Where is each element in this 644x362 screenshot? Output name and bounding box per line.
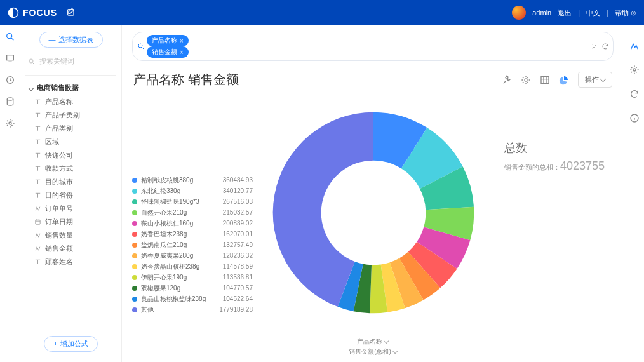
svg-point-12 — [633, 69, 636, 71]
field-item[interactable]: 产品类别 — [34, 122, 116, 135]
clear-icon[interactable] — [591, 43, 598, 50]
field-item[interactable]: 产品名称 — [34, 95, 116, 109]
refresh-icon[interactable] — [601, 43, 609, 50]
legend-item[interactable]: 良品山核桃椒盐味238g104522.64 — [132, 293, 253, 304]
svg-point-2 — [6, 34, 11, 39]
field-item[interactable]: 顾客姓名 — [34, 255, 116, 269]
lang-toggle[interactable]: 中文 — [586, 8, 600, 18]
reload-icon[interactable] — [629, 89, 640, 99]
chart-icon[interactable] — [559, 75, 569, 85]
field-item[interactable]: 订单日期 — [34, 215, 116, 229]
nav-data-icon[interactable] — [5, 97, 15, 107]
close-icon[interactable]: × — [180, 37, 184, 44]
svg-point-6 — [9, 122, 11, 124]
field-item[interactable]: 产品子类别 — [34, 109, 116, 122]
field-item[interactable]: 快递公司 — [34, 149, 116, 162]
close-icon[interactable]: × — [180, 49, 184, 56]
chart-legend: 精制纸皮核桃380g360484.93东北红松330g340120.77怪味黑椒… — [132, 92, 253, 333]
field-type-icon — [34, 165, 41, 172]
field-group[interactable]: 电商销售数据_ — [25, 81, 116, 95]
field-type-icon — [34, 232, 41, 239]
svg-rect-11 — [541, 76, 549, 83]
add-formula-button[interactable]: +增加公式 — [44, 336, 97, 352]
avatar[interactable] — [512, 6, 526, 20]
field-type-icon — [34, 178, 41, 185]
field-item[interactable]: 收款方式 — [34, 162, 116, 175]
search-input[interactable]: 搜索关键词 — [28, 57, 114, 66]
totals-panel: 总数 销售金额的总和：4023755 — [494, 92, 605, 333]
nav-settings-icon[interactable] — [5, 118, 15, 128]
query-tag[interactable]: 销售金额 × — [147, 46, 189, 58]
chart-caption[interactable]: 产品名称 销售金额(总和) — [349, 337, 397, 357]
legend-item[interactable]: 怪味黑椒盐味190g*3267516.03 — [132, 196, 253, 207]
search-icon — [137, 43, 145, 50]
chart-style-icon[interactable] — [629, 41, 640, 51]
nav-history-icon[interactable] — [5, 75, 15, 85]
info-icon[interactable] — [629, 113, 640, 123]
svg-point-9 — [138, 44, 142, 48]
svg-rect-8 — [36, 220, 40, 224]
field-item[interactable]: 区域 — [34, 135, 116, 149]
table-icon[interactable] — [540, 75, 550, 85]
edit-icon[interactable] — [66, 8, 76, 18]
legend-item[interactable]: 鞍山小核桃仁160g200889.02 — [132, 218, 253, 229]
field-item[interactable]: 销售数量 — [34, 229, 116, 242]
legend-item[interactable]: 奶香炭晶山核桃238g114578.59 — [132, 261, 253, 272]
field-type-icon — [34, 205, 41, 212]
field-type-icon — [34, 112, 41, 119]
field-item[interactable]: 目的省份 — [34, 189, 116, 202]
page-title: 产品名称 销售金额 — [133, 71, 239, 88]
field-type-icon — [34, 245, 41, 252]
field-type-icon — [34, 152, 41, 159]
svg-rect-3 — [6, 55, 13, 60]
svg-point-5 — [7, 98, 13, 100]
field-type-icon — [34, 98, 41, 105]
query-tag[interactable]: 产品名称 × — [147, 35, 189, 46]
field-type-icon — [34, 192, 41, 199]
field-item[interactable]: 销售金额 — [34, 242, 116, 255]
nav-search-icon[interactable] — [5, 32, 15, 42]
ops-button[interactable]: 操作 — [578, 72, 612, 88]
field-type-icon — [34, 218, 41, 225]
chart-settings-icon[interactable] — [629, 65, 640, 75]
svg-point-7 — [29, 59, 33, 63]
legend-item[interactable]: 双椒腰果120g104770.57 — [132, 283, 253, 293]
brand-logo: FOCUS — [8, 7, 57, 18]
donut-chart[interactable] — [253, 92, 494, 333]
legend-item[interactable]: 其他1779189.28 — [132, 304, 253, 315]
query-bar[interactable]: 产品名称 ×销售金额 × — [132, 32, 614, 61]
legend-item[interactable]: 盐焗南瓜仁210g132757.49 — [132, 239, 253, 250]
pin-icon[interactable] — [502, 75, 512, 85]
legend-item[interactable]: 精制纸皮核桃380g360484.93 — [132, 175, 253, 185]
field-type-icon — [34, 138, 41, 145]
help-link[interactable]: 帮助 ⊙ — [615, 8, 636, 18]
field-item[interactable]: 目的城市 — [34, 175, 116, 189]
gear-icon[interactable] — [521, 75, 531, 85]
legend-item[interactable]: 自然开心果210g215032.57 — [132, 207, 253, 218]
logout-link[interactable]: 退出 — [558, 8, 572, 18]
svg-point-10 — [525, 79, 527, 81]
legend-item[interactable]: 奶香夏威夷果280g128236.32 — [132, 250, 253, 261]
legend-item[interactable]: 奶香巴坦木238g162070.01 — [132, 229, 253, 239]
select-source-button[interactable]: —选择数据表 — [39, 32, 103, 48]
username[interactable]: admin — [532, 9, 551, 17]
field-item[interactable]: 订单单号 — [34, 202, 116, 215]
legend-item[interactable]: 东北红松330g340120.77 — [132, 185, 253, 196]
nav-dashboard-icon[interactable] — [5, 53, 15, 64]
legend-item[interactable]: 伊朗开心果190g113586.81 — [132, 272, 253, 283]
field-type-icon — [34, 258, 41, 265]
field-type-icon — [34, 125, 41, 132]
